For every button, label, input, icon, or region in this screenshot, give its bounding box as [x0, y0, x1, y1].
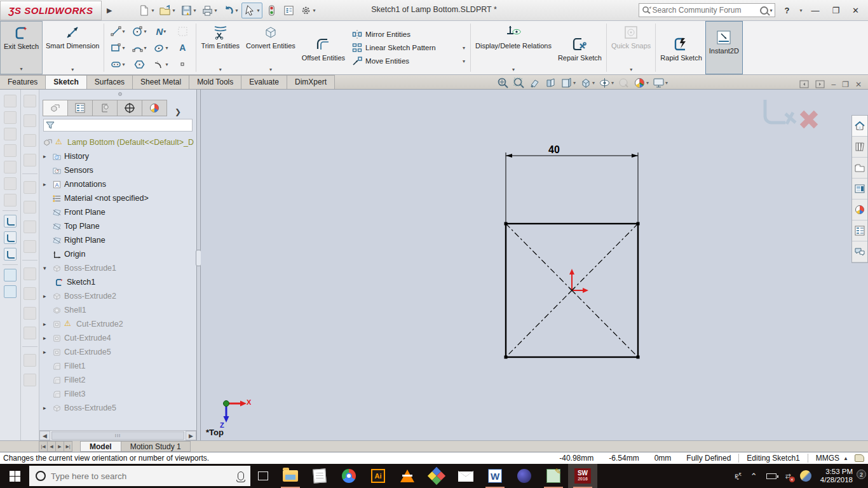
toolbar-icon[interactable]: [24, 287, 36, 300]
task-view-button[interactable]: [250, 471, 276, 480]
battery-icon[interactable]: [766, 473, 776, 479]
start-button[interactable]: [0, 464, 29, 488]
search-icon[interactable]: [760, 6, 768, 15]
logo-flyout-arrow-icon[interactable]: ▶: [102, 6, 117, 15]
expand-arrow-icon[interactable]: ▸: [43, 335, 50, 341]
toolbar-icon[interactable]: [24, 181, 36, 194]
tree-item-fillet3[interactable]: Fillet3: [39, 387, 196, 401]
new-document-button[interactable]: ▾: [136, 3, 156, 18]
cut-extrude-tool-icon[interactable]: [4, 285, 17, 298]
tree-item-cut-extrude4[interactable]: ▸ Cut-Extrude4: [39, 331, 196, 345]
close-button[interactable]: ✕: [848, 6, 863, 15]
smart-dimension-button[interactable]: Smart Dimension ▾: [43, 21, 102, 74]
next-document-icon[interactable]: [815, 79, 825, 89]
zoom-to-area-icon[interactable]: [513, 77, 525, 89]
word-taskbar-icon[interactable]: W: [480, 464, 510, 488]
view-settings-icon[interactable]: ▾: [653, 77, 668, 89]
display-style-icon[interactable]: ▾: [580, 77, 595, 89]
show-hidden-icons-chevron[interactable]: ⌃: [750, 471, 757, 481]
doc-close-button[interactable]: ✕: [855, 80, 862, 89]
tree-item-material[interactable]: Material <not specified>: [39, 191, 196, 205]
mirror-entities-button[interactable]: Mirror Entities: [352, 29, 465, 39]
toolbar-icon[interactable]: [4, 95, 17, 107]
tree-item-boss-extrude5[interactable]: ▸ Boss-Extrude5: [39, 401, 196, 415]
scrollbar-thumb[interactable]: III: [51, 431, 184, 440]
tab-mold-tools[interactable]: Mold Tools: [189, 75, 241, 89]
apply-scene-icon[interactable]: ▾: [634, 77, 649, 89]
tree-item-part-root[interactable]: ⚠ Lamp Bottom (Default<<Default>_D: [39, 135, 196, 149]
performance-evaluation-icon[interactable]: [264, 3, 280, 18]
toolbar-icon[interactable]: [4, 161, 17, 173]
toolbar-icon[interactable]: [24, 307, 36, 320]
tree-filter-box[interactable]: [43, 119, 193, 132]
tab-dimxpert[interactable]: DimXpert: [287, 75, 335, 89]
ellipse-tool[interactable]: ▾: [150, 39, 172, 56]
expand-arrow-icon[interactable]: ▸: [43, 349, 50, 355]
mail-taskbar-icon[interactable]: [451, 464, 480, 488]
previous-document-icon[interactable]: [799, 79, 809, 89]
toolbar-icon[interactable]: [24, 114, 36, 127]
view-palette-icon[interactable]: [852, 179, 867, 200]
tab-featuremanager-tree[interactable]: [43, 100, 68, 116]
expand-arrow-icon[interactable]: ▸: [43, 181, 50, 187]
tree-item-boss-extrude2[interactable]: ▸ Boss-Extrude2: [39, 289, 196, 303]
scroll-right-icon[interactable]: ▶: [186, 431, 196, 440]
tree-item-history[interactable]: ▸ History: [39, 149, 196, 163]
appearances-icon[interactable]: [852, 200, 867, 220]
file-explorer-icon[interactable]: [852, 158, 867, 179]
taskbar-search-input[interactable]: [51, 471, 233, 481]
minimize-button[interactable]: —: [807, 6, 823, 15]
git-extensions-taskbar-icon[interactable]: [422, 464, 451, 488]
display-delete-dropdown-icon[interactable]: ▾: [512, 66, 515, 74]
microphone-icon[interactable]: [238, 471, 244, 480]
toolbar-icon[interactable]: [24, 220, 36, 233]
move-entities-button[interactable]: Move Entities ▾: [352, 56, 465, 66]
tab-features[interactable]: Features: [0, 75, 46, 89]
tab-evaluate[interactable]: Evaluate: [241, 75, 287, 89]
doc-minimize-button[interactable]: –: [831, 80, 836, 89]
weather-icon[interactable]: [800, 470, 811, 482]
options-list-icon[interactable]: [281, 3, 297, 18]
tree-filter-input[interactable]: [57, 121, 190, 130]
notepad-taskbar-icon[interactable]: [305, 464, 334, 488]
design-library-icon[interactable]: [852, 137, 867, 158]
settings-gear-button[interactable]: ▾: [298, 3, 318, 18]
collapse-arrow-icon[interactable]: ▾: [43, 265, 50, 271]
panel-collapse-handle[interactable]: [118, 92, 122, 96]
tab-propertymanager[interactable]: [67, 100, 93, 116]
tree-item-sensors[interactable]: Sensors: [39, 163, 196, 177]
tree-item-sketch1[interactable]: Sketch1: [39, 275, 196, 289]
move-entities-dropdown-icon[interactable]: ▾: [463, 58, 465, 64]
toolbar-icon[interactable]: [4, 128, 17, 140]
instant2d-button[interactable]: Instant2D: [705, 21, 743, 74]
line-tool[interactable]: ▾: [107, 23, 128, 39]
toolbar-icon[interactable]: [4, 111, 17, 124]
first-tab-icon[interactable]: |◀: [39, 441, 48, 452]
tab-model[interactable]: Model: [80, 441, 121, 452]
solidworks-taskbar-icon[interactable]: SW2016: [568, 464, 597, 488]
spline-tool[interactable]: N▾: [150, 23, 172, 39]
forum-search-input[interactable]: [652, 6, 760, 15]
tree-item-fillet1[interactable]: Fillet1: [39, 359, 196, 373]
smart-dimension-dropdown-icon[interactable]: ▾: [71, 66, 74, 74]
expand-arrow-icon[interactable]: ▸: [43, 153, 50, 159]
offset-entities-button[interactable]: Offset Entities: [299, 21, 348, 74]
tree-item-origin[interactable]: Origin: [39, 247, 196, 261]
move-viewport-tool-icon[interactable]: [4, 248, 17, 261]
expand-arrow-icon[interactable]: ▸: [43, 321, 50, 327]
zoom-to-fit-icon[interactable]: [497, 77, 509, 89]
repair-sketch-tool-icon[interactable]: [4, 231, 17, 244]
doc-restore-button[interactable]: ❐: [842, 80, 849, 89]
confirmation-corner[interactable]: [760, 95, 830, 139]
tree-item-front-plane[interactable]: Front Plane: [39, 205, 196, 219]
toolbar-icon[interactable]: [24, 268, 36, 280]
previous-view-icon[interactable]: [529, 77, 541, 89]
rectangle-tool[interactable]: ▾: [107, 39, 128, 56]
section-view-icon[interactable]: [545, 77, 557, 89]
circle-tool[interactable]: ▾: [128, 23, 150, 39]
restore-button[interactable]: ❐: [828, 6, 843, 15]
view-orientation-icon[interactable]: ▾: [560, 77, 576, 89]
tree-item-annotations[interactable]: ▸ A Annotations: [39, 177, 196, 191]
file-explorer-taskbar-icon[interactable]: [276, 464, 305, 488]
tree-horizontal-scrollbar[interactable]: ◀ III ▶: [39, 430, 196, 440]
